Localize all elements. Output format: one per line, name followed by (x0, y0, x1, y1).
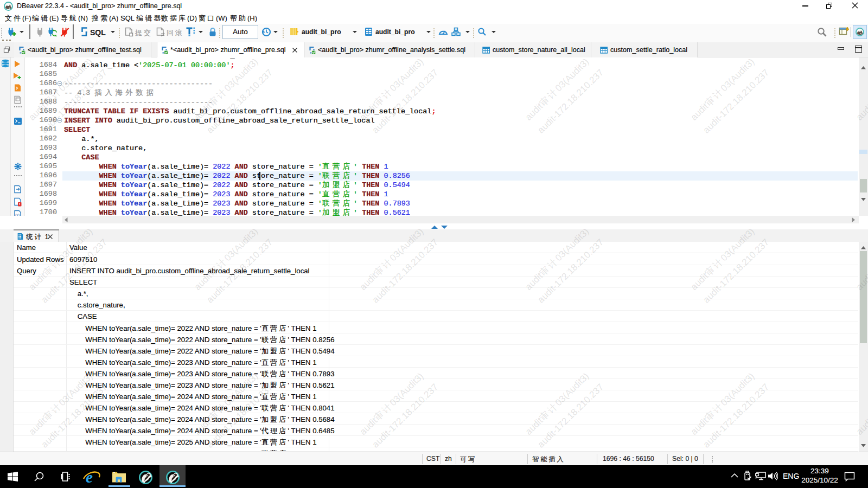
svg-text:(x): (x) (15, 213, 20, 216)
